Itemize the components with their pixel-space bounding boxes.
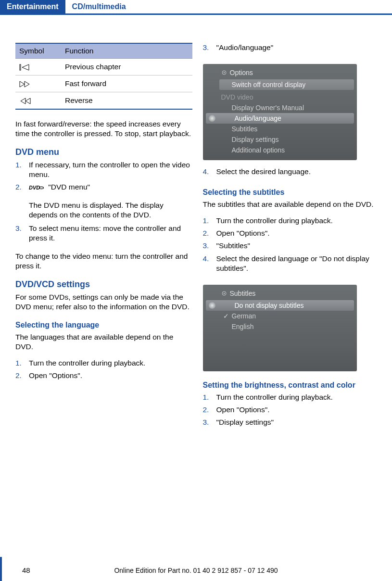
shot-row: English	[203, 321, 357, 332]
table-cell: Previous chapter	[61, 59, 192, 76]
shot-row: Subtitles	[203, 124, 357, 134]
paragraph: The languages that are available depend …	[15, 332, 192, 352]
list-item: 3."Audio/language"	[203, 43, 380, 52]
tab-entertainment[interactable]: Entertainment	[0, 0, 65, 13]
symbol-function-table: Symbol Function Previous chapter Fast fo…	[15, 43, 192, 110]
table-row: Reverse	[15, 92, 192, 110]
heading-selecting-language: Selecting the language	[15, 321, 192, 329]
heading-brightness-contrast-color: Setting the brightness, contrast and col…	[203, 381, 380, 390]
shot-row-highlighted: Audio/language	[206, 113, 354, 124]
table-header-function: Function	[61, 43, 192, 59]
heading-selecting-subtitles: Selecting the subtitles	[203, 188, 380, 197]
reverse-icon	[19, 98, 31, 104]
list-subtext: The DVD menu is displayed. The display d…	[29, 201, 192, 220]
gear-icon	[221, 70, 227, 76]
paragraph: The subtitles that are available depend …	[203, 200, 380, 209]
list-item: 2. DVD "DVD menu"	[15, 182, 192, 192]
svg-rect-0	[20, 64, 21, 70]
list-item: 4.Select the desired language or "Do not…	[203, 254, 380, 273]
pointer-icon	[209, 115, 215, 122]
list-item: 1.Turn the controller during playback.	[15, 358, 192, 368]
pointer-icon	[209, 302, 215, 309]
table-row: Fast forward	[15, 76, 192, 92]
svg-marker-3	[25, 81, 29, 87]
svg-marker-5	[21, 98, 25, 104]
tab-cd-multimedia[interactable]: CD/multimedia	[65, 0, 133, 13]
list-item: 2.Open "Options".	[15, 371, 192, 380]
paragraph: For some DVDs, settings can only be made…	[15, 292, 192, 312]
left-column: Symbol Function Previous chapter Fast fo…	[15, 43, 192, 436]
svg-point-9	[223, 72, 224, 73]
heading-dvd-menu: DVD menu	[15, 147, 192, 157]
list-item: 4.Select the desired language.	[203, 167, 380, 177]
table-header-symbol: Symbol	[15, 43, 61, 59]
list-item: 3."Display settings"	[203, 417, 380, 427]
gear-icon	[221, 290, 227, 296]
shot-row: Display settings	[203, 134, 357, 145]
list-item: 1.If necessary, turn the controller to o…	[15, 160, 192, 179]
heading-dvd-vcd-settings: DVD/VCD settings	[15, 279, 192, 290]
svg-marker-2	[20, 81, 25, 87]
table-cell: Reverse	[61, 92, 192, 110]
svg-marker-4	[25, 98, 30, 104]
footer-line: Online Edition for Part no. 01 40 2 912 …	[0, 567, 392, 574]
list-item: 2.Open "Options".	[203, 405, 380, 415]
svg-marker-1	[22, 64, 29, 70]
svg-text:DVD: DVD	[29, 185, 40, 190]
shot-row: Additional options	[203, 145, 357, 155]
shot-title: Options	[203, 68, 357, 79]
list-item: 3."Subtitles"	[203, 241, 380, 251]
shot-row: Display Owner's Manual	[203, 102, 357, 113]
subtitles-menu-screenshot: Subtitles Do not display subtitles Germa…	[203, 285, 357, 371]
shot-row: Switch off control display	[219, 79, 354, 90]
list-item: 1.Turn the controller during playback.	[203, 216, 380, 226]
shot-row-checked: German	[203, 311, 357, 321]
list-item: 1.Turn the controller during playback.	[203, 392, 380, 402]
fast-forward-icon	[19, 81, 31, 88]
shot-title: Subtitles	[203, 289, 357, 300]
list-item: 2.Open "Options".	[203, 228, 380, 238]
shot-section: DVD video	[203, 92, 357, 102]
dvd-icon: DVD	[29, 184, 44, 191]
list-item: 3.To select menu items: move the control…	[15, 224, 192, 243]
table-cell: Fast forward	[61, 76, 192, 92]
table-row: Previous chapter	[15, 59, 192, 76]
prev-chapter-icon	[19, 64, 30, 71]
tabs-bar: Entertainment CD/multimedia	[0, 0, 392, 15]
right-column: 3."Audio/language" Options Switch off co…	[203, 43, 380, 436]
svg-point-11	[223, 293, 224, 294]
paragraph: In fast forward/reverse: the speed incre…	[15, 119, 192, 139]
shot-row-highlighted: Do not display subtitles	[206, 300, 354, 311]
options-menu-screenshot: Options Switch off control display DVD v…	[203, 64, 357, 160]
paragraph: To change to the video menu: turn the co…	[15, 252, 192, 271]
